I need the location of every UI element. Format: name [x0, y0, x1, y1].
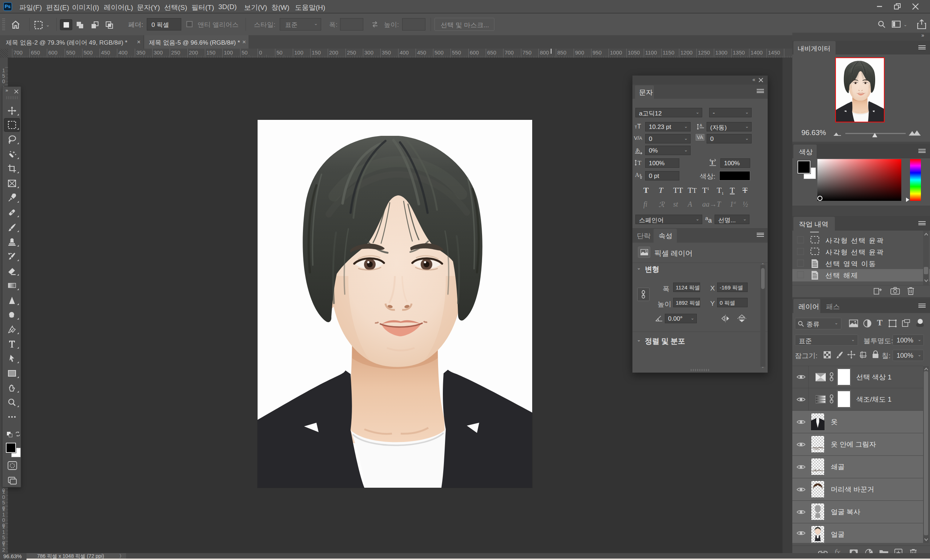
svg-text:A: A: [635, 172, 639, 178]
svg-text:T: T: [637, 159, 642, 166]
svg-text:A: A: [700, 123, 702, 128]
svg-text:T: T: [710, 159, 714, 166]
svg-text:あ: あ: [635, 148, 640, 153]
